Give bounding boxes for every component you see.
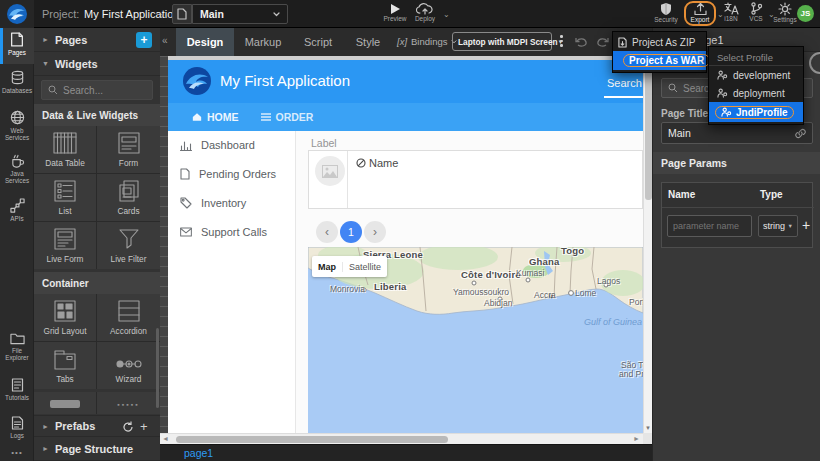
rail-item-databases[interactable]: Databases <box>0 66 34 104</box>
vscroll-thumb[interactable] <box>645 60 652 200</box>
widget-search-input[interactable] <box>63 85 143 96</box>
settings-button[interactable]: Settings <box>770 2 800 23</box>
brand-logo[interactable] <box>0 0 34 28</box>
widget-partial-left[interactable] <box>34 392 96 414</box>
app-search-link[interactable]: Search <box>607 77 642 89</box>
menu-item-jndiprofile[interactable]: JndiProfile <box>709 102 803 122</box>
branch-icon <box>750 2 763 15</box>
widget-live-filter[interactable]: Live Filter <box>97 222 160 269</box>
collapse-panel-button[interactable]: « <box>162 35 168 46</box>
page-title-input[interactable]: Main <box>661 122 813 144</box>
widget-list[interactable]: List <box>34 174 96 221</box>
vcs-button[interactable]: VCS <box>744 2 768 22</box>
widget-data-table[interactable]: Data Table <box>34 126 96 173</box>
refresh-icon[interactable] <box>122 421 134 433</box>
rail-item-web-services[interactable]: Web Services <box>0 106 34 148</box>
rail-more-button[interactable]: ••• <box>0 448 34 457</box>
google-map[interactable]: Sierra Leone Monrovia Liberia Côte d'Ivo… <box>308 247 643 433</box>
canvas-horizontal-scrollbar[interactable]: ◄ ► <box>160 433 643 444</box>
profile-icon <box>721 107 732 117</box>
menu-item-dashboard[interactable]: Dashboard <box>180 139 255 151</box>
rail-item-java-services[interactable]: Java Services <box>0 150 34 192</box>
list-card[interactable]: Name <box>308 150 643 209</box>
column-header-type: Type <box>760 189 783 200</box>
panel-scrollbar[interactable] <box>156 328 159 408</box>
map-button[interactable]: Map <box>312 262 342 272</box>
scroll-left-arrow-icon[interactable]: ◄ <box>162 435 169 442</box>
menu-item-pending-orders[interactable]: Pending Orders <box>180 168 276 180</box>
preview-button[interactable]: Preview <box>380 3 410 22</box>
pagination-page-1[interactable]: 1 <box>340 221 362 243</box>
menu-item-support-calls[interactable]: Support Calls <box>180 226 267 238</box>
bindings-button[interactable]: [x] Bindings <box>397 36 457 47</box>
deploy-button[interactable]: Deploy <box>408 2 442 22</box>
more-options-icon[interactable] <box>560 35 563 47</box>
widget-partial-right[interactable]: ▪▪▪▪▪ <box>97 392 160 414</box>
security-button[interactable]: Security <box>652 2 680 23</box>
widget-wizard[interactable]: Wizard <box>97 342 160 389</box>
widget-cards[interactable]: Cards <box>97 174 160 221</box>
nav-order[interactable]: ORDER <box>261 111 314 123</box>
scroll-down-arrow-icon[interactable]: ▼ <box>645 425 651 431</box>
rail-item-apis[interactable]: APIs <box>0 194 34 230</box>
scroll-right-arrow-icon[interactable]: ► <box>633 435 640 442</box>
avatar-placeholder <box>315 156 345 186</box>
widget-live-form[interactable]: Live Form <box>34 222 96 269</box>
param-name-input[interactable] <box>667 215 752 237</box>
undo-icon[interactable] <box>574 36 588 48</box>
menu-item-label: deployment <box>733 88 785 99</box>
map-label-country: Togo <box>561 247 584 256</box>
menu-item-project-as-war[interactable]: Project As WAR ▶ <box>613 51 706 70</box>
prefabs-section-header[interactable]: ► Prefabs + <box>34 415 160 437</box>
widget-form[interactable]: Form <box>97 126 160 173</box>
param-type-select[interactable]: string ▼ <box>758 215 798 237</box>
label-widget[interactable]: Label <box>311 137 337 149</box>
rail-item-file-explorer[interactable]: File Explorer <box>0 328 34 370</box>
tab-script[interactable]: Script <box>292 28 344 56</box>
menu-item-development[interactable]: development <box>709 66 803 84</box>
widget-label: Cards <box>117 206 139 216</box>
design-canvas[interactable]: My First Application Search HOME ORDER D… <box>168 56 643 433</box>
map-label-city: Port <box>629 297 643 307</box>
widgets-section-header[interactable]: ▼ Widgets <box>34 52 160 76</box>
i18n-button[interactable]: i18N <box>718 2 744 22</box>
rail-item-tutorials[interactable]: Tutorials <box>0 374 34 410</box>
pagination-prev-button[interactable]: ‹ <box>316 221 338 243</box>
panel-circle-icon[interactable] <box>809 52 820 74</box>
device-selector[interactable]: Laptop with MDPI Screen ▼ <box>452 32 552 51</box>
redo-icon[interactable] <box>596 36 610 48</box>
rail-item-logs[interactable]: Logs <box>0 412 34 448</box>
widget-search[interactable] <box>41 80 153 100</box>
menu-item-project-as-zip[interactable]: Project As ZIP <box>613 34 706 51</box>
add-prefab-button[interactable]: + <box>140 419 148 434</box>
link-icon[interactable] <box>795 128 806 139</box>
widget-grid-layout[interactable]: Grid Layout <box>34 294 96 341</box>
map-label-city: Monrovia <box>330 284 365 294</box>
rail-item-pages[interactable]: Pages <box>0 28 34 64</box>
menu-item-label: Inventory <box>201 197 246 209</box>
hscroll-thumb[interactable] <box>176 436 448 443</box>
menu-item-inventory[interactable]: Inventory <box>180 197 246 209</box>
page-selector-dropdown[interactable]: Main <box>192 4 288 24</box>
add-page-button[interactable]: + <box>136 32 152 48</box>
pagination-next-button[interactable]: › <box>364 221 386 243</box>
canvas-vertical-scrollbar[interactable]: ▼ <box>643 56 652 433</box>
add-param-button[interactable]: + <box>802 217 810 233</box>
security-label: Security <box>652 16 680 23</box>
tab-markup[interactable]: Markup <box>234 28 292 56</box>
page-tab[interactable]: page1 <box>184 447 213 459</box>
tab-design[interactable]: Design <box>176 28 234 56</box>
widget-accordion[interactable]: Accordion <box>97 294 160 341</box>
tab-style[interactable]: Style <box>344 28 392 56</box>
widget-tabs[interactable]: Tabs <box>34 342 96 389</box>
satellite-button[interactable]: Satellite <box>342 262 387 272</box>
export-highlight-annotation <box>684 1 716 26</box>
menu-item-deployment[interactable]: deployment <box>709 84 803 102</box>
nav-home[interactable]: HOME <box>192 111 239 123</box>
widget-label: Wizard <box>116 374 142 384</box>
page-structure-header[interactable]: ► Page Structure <box>34 437 160 461</box>
app-header[interactable]: My First Application Search <box>168 60 643 103</box>
pages-section-header[interactable]: ► Pages + <box>34 28 160 52</box>
funnel-icon <box>118 228 140 250</box>
avatar[interactable]: JS <box>797 5 814 22</box>
